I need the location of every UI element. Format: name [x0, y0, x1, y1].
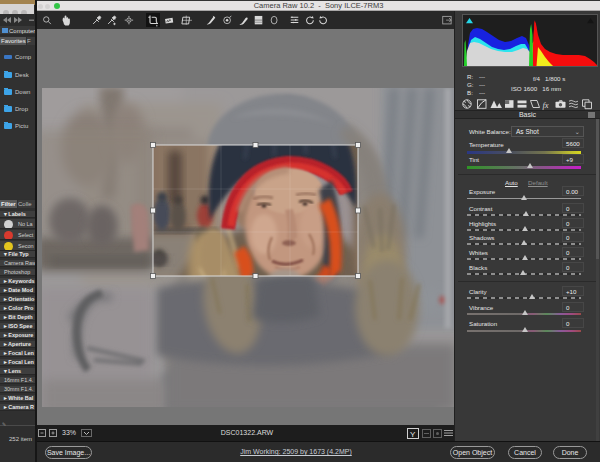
svg-text:fx: fx [543, 100, 549, 110]
